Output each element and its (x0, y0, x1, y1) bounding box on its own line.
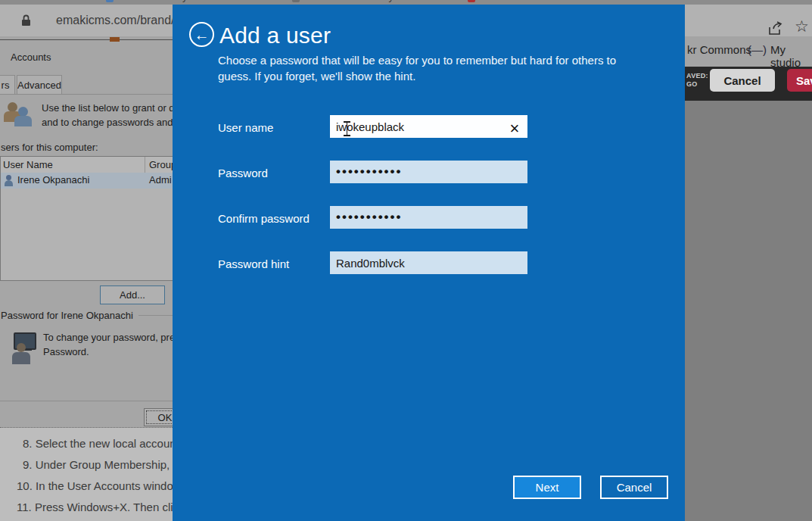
cancel-button[interactable]: Cancel (600, 476, 668, 499)
add-user-button[interactable]: Add... (100, 285, 165, 304)
password-hint-label: Password hint (218, 257, 289, 270)
confirm-password-input[interactable] (330, 206, 527, 229)
tab-title[interactable]: How to delete your Microsoft ac (120, 0, 257, 2)
webpage-steps: 8. Select the new local accoun 9. Under … (0, 428, 173, 521)
user-icon (3, 175, 14, 186)
back-icon[interactable]: ← (189, 22, 214, 47)
grant-deny-text: and to change passwords and other (42, 117, 173, 128)
dialog-title: Add a user (219, 23, 331, 48)
users-group-icon (3, 101, 33, 131)
tab-title[interactable]: Emaki CMS (483, 0, 535, 2)
close-tab-icon[interactable]: ✕ (627, 0, 635, 2)
cms-action-bar: AVED: GO Cancel Save (685, 67, 812, 101)
step-item: 8. Select the new local accoun (23, 437, 173, 450)
close-tab-icon[interactable]: ✕ (265, 0, 273, 2)
user-row-group[interactable]: Admi (149, 174, 172, 186)
tab-users[interactable]: rs (0, 75, 15, 95)
favicon-fragment (110, 37, 120, 42)
step-item: 9. Under Group Membership, (23, 458, 170, 471)
text-cursor-icon (344, 120, 350, 137)
tab-divider (0, 94, 173, 95)
password-input[interactable] (330, 161, 527, 183)
user-row[interactable]: Irene Okpanachi Admi (1, 173, 173, 189)
cms-cancel-button[interactable]: Cancel (710, 69, 775, 92)
dialog-separator (0, 401, 173, 401)
clear-icon[interactable]: × (504, 118, 525, 139)
tab-title[interactable]: AP Editorial Primary - Airtable (306, 0, 435, 2)
change-password-text: To change your password, press C (43, 332, 173, 343)
dialog-description: Choose a password that will be easy for … (218, 52, 651, 84)
username-label: User name (218, 121, 273, 134)
tab-favicon (292, 0, 300, 2)
tab-advanced[interactable]: Advanced (17, 75, 62, 95)
column-group[interactable]: Group (149, 159, 173, 170)
bookmark-my-studio[interactable]: My studio (770, 43, 812, 69)
cms-save-button[interactable]: Save (787, 69, 812, 92)
column-user-name[interactable]: User Name (3, 159, 53, 170)
password-label: Password (218, 167, 268, 179)
user-row-name[interactable]: Irene Okpanachi (17, 174, 89, 186)
password-hint-input[interactable] (330, 251, 527, 274)
close-tab-icon[interactable]: ✕ (445, 0, 453, 2)
next-button[interactable]: Next (513, 476, 581, 499)
change-password-text: Password. (43, 346, 89, 357)
new-tab-button[interactable]: + (655, 0, 661, 2)
username-input[interactable] (330, 115, 527, 138)
my-studio-icon: (—) (748, 43, 767, 56)
groupbox-border (138, 315, 173, 316)
grant-deny-text: Use the list below to grant or deny u (42, 102, 173, 114)
dimmed-page-background (685, 101, 812, 521)
users-list[interactable]: User Name Group Irene Okpanachi Admi (0, 156, 173, 281)
column-divider[interactable] (145, 157, 145, 173)
list-header[interactable]: User Name Group (1, 157, 173, 173)
step-item: 10. In the User Accounts windo (17, 479, 173, 492)
add-user-dialog: ← Add a user Choose a password that will… (173, 5, 685, 521)
window-title: Accounts (11, 51, 51, 63)
users-list-label: sers for this computer: (1, 142, 98, 153)
tab-favicon (106, 0, 114, 2)
password-groupbox-label: Password for Irene Okpanachi (1, 310, 133, 321)
user-accounts-window: Accounts rs Advanced Use the list below … (0, 39, 173, 429)
saved-status-text: GO (686, 80, 698, 88)
lock-icon (21, 14, 31, 30)
tab-favicon (468, 0, 475, 2)
step-item: 11. Press Windows+X. Then cli (17, 501, 173, 513)
bookmark-commons[interactable]: kr Commons (687, 43, 751, 56)
saved-status-text: AVED: (686, 72, 708, 80)
change-password-icon (8, 331, 39, 366)
confirm-password-label: Confirm password (218, 212, 310, 225)
close-tab-icon[interactable]: ✕ (79, 0, 87, 2)
ok-button[interactable]: OK (144, 408, 173, 426)
bookmark-star-icon[interactable]: ☆ (795, 18, 809, 34)
